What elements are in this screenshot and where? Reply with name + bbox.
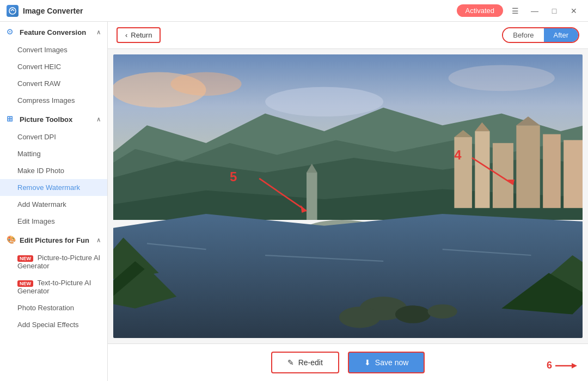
sidebar-item-convert-raw[interactable]: Convert RAW — [0, 75, 107, 92]
return-button[interactable]: ‹ Return — [117, 27, 161, 43]
reedit-label: Re-edit — [298, 358, 323, 367]
return-btn-wrapper: ‹ Return — [117, 27, 161, 43]
svg-rect-20 — [307, 173, 317, 220]
savenow-label: Save now — [375, 358, 408, 367]
sidebar-group-edit-pictures[interactable]: 🎨 Edit Pictures for Fun ∧ — [0, 230, 107, 249]
titlebar-left: Image Converter — [7, 5, 83, 17]
svg-rect-15 — [564, 140, 583, 208]
new-badge-pic-to-pic: NEW — [17, 255, 33, 262]
before-button[interactable]: Before — [503, 28, 543, 42]
sidebar-item-make-id-photo[interactable]: Make ID Photo — [0, 162, 107, 179]
before-after-wrapper: Before After — [502, 27, 579, 43]
titlebar: Image Converter Activated ☰ — □ ✕ — [0, 0, 588, 22]
maximize-button[interactable]: □ — [547, 3, 562, 19]
sidebar-item-remove-watermark[interactable]: Remove Watermark — [0, 179, 107, 196]
image-area: 5 4 — [108, 49, 588, 343]
svg-point-4 — [265, 87, 383, 116]
sidebar-item-convert-images[interactable]: Convert Images — [0, 41, 107, 58]
svg-point-29 — [395, 305, 431, 323]
app-icon — [7, 5, 19, 17]
sidebar-item-matting[interactable]: Matting — [0, 145, 107, 162]
svg-point-3 — [170, 72, 241, 96]
svg-rect-14 — [543, 134, 561, 208]
arrow-6-icon — [555, 361, 577, 370]
svg-marker-44 — [572, 363, 577, 368]
svg-point-30 — [339, 306, 381, 328]
reedit-icon: ✎ — [287, 358, 294, 367]
annotation-6: 6 — [547, 360, 577, 371]
app-title: Image Converter — [23, 7, 83, 15]
return-chevron-icon: ‹ — [125, 31, 127, 39]
content-bottombar: ✎ Re-edit ⬇ Save now 6 — [108, 343, 588, 381]
feature-conversion-chevron: ∧ — [96, 29, 101, 36]
edit-pictures-icon: 🎨 — [7, 235, 16, 245]
main-layout: ⊙ Feature Conversion ∧ Convert Images Co… — [0, 22, 588, 381]
close-button[interactable]: ✕ — [566, 3, 581, 19]
sidebar-group-feature-conversion[interactable]: ⊙ Feature Conversion ∧ — [0, 22, 107, 41]
svg-text:4: 4 — [454, 148, 462, 162]
activated-button[interactable]: Activated — [457, 4, 503, 17]
scene-svg: 5 4 — [113, 54, 583, 338]
picture-toolbox-icon: ⊞ — [7, 114, 16, 124]
save-icon: ⬇ — [364, 358, 371, 367]
picture-toolbox-chevron: ∧ — [96, 116, 101, 123]
edit-pictures-label: Edit Pictures for Fun — [20, 236, 89, 244]
content-area: ‹ Return Before After — [108, 22, 588, 381]
return-label: Return — [131, 31, 152, 39]
sidebar-item-add-watermark[interactable]: Add Watermark — [0, 196, 107, 213]
sidebar-item-pic-to-pic[interactable]: NEW Picture-to-Picture AI Generator — [0, 249, 107, 274]
savenow-button[interactable]: ⬇ Save now — [348, 352, 425, 373]
sidebar: ⊙ Feature Conversion ∧ Convert Images Co… — [0, 22, 108, 381]
svg-text:5: 5 — [230, 169, 237, 184]
sidebar-item-convert-heic[interactable]: Convert HEIC — [0, 58, 107, 75]
sidebar-item-edit-images[interactable]: Edit Images — [0, 213, 107, 230]
svg-point-0 — [9, 8, 16, 14]
sidebar-item-add-special-effects[interactable]: Add Special Effects — [0, 316, 107, 333]
new-badge-text-to-pic: NEW — [17, 280, 33, 287]
edit-pictures-chevron: ∧ — [96, 237, 101, 244]
after-button[interactable]: After — [544, 28, 578, 42]
before-after-toggle: Before After — [502, 27, 579, 43]
picture-toolbox-label: Picture Toolbox — [20, 115, 72, 124]
sidebar-item-convert-dpi[interactable]: Convert DPI — [0, 128, 107, 145]
feature-conversion-icon: ⊙ — [7, 27, 16, 37]
sidebar-item-compress-images[interactable]: Compress Images — [0, 92, 107, 109]
feature-conversion-label: Feature Conversion — [20, 28, 86, 36]
minimize-button[interactable]: — — [527, 3, 542, 19]
menu-button[interactable]: ☰ — [507, 3, 523, 19]
svg-rect-11 — [475, 131, 489, 208]
image-placeholder: 5 4 — [113, 54, 583, 338]
annotation-6-label: 6 — [547, 360, 552, 371]
svg-point-5 — [449, 65, 555, 91]
svg-rect-13 — [516, 125, 540, 208]
sidebar-item-text-to-pic[interactable]: NEW Text-to-Picture AI Generator — [0, 274, 107, 299]
reedit-button[interactable]: ✎ Re-edit — [271, 352, 339, 373]
sidebar-item-photo-restoration[interactable]: Photo Restoration — [0, 299, 107, 316]
content-topbar: ‹ Return Before After — [108, 22, 588, 49]
titlebar-right: Activated ☰ — □ ✕ — [457, 3, 581, 19]
sidebar-group-picture-toolbox[interactable]: ⊞ Picture Toolbox ∧ — [0, 109, 107, 128]
svg-rect-12 — [493, 143, 513, 208]
svg-point-31 — [428, 304, 457, 318]
